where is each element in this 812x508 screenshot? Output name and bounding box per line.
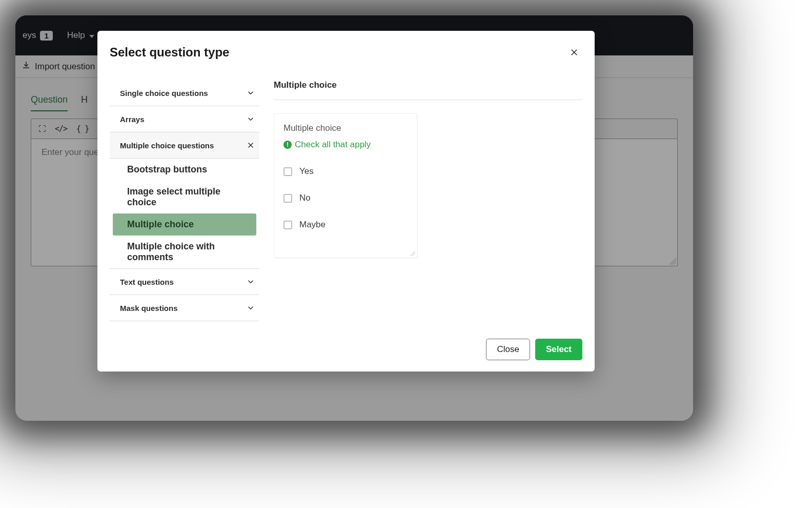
modal-close-button[interactable] xyxy=(566,45,582,62)
qtype-image-select-multiple[interactable]: Image select multiple choice xyxy=(113,181,256,213)
category-label: Mask questions xyxy=(120,304,178,312)
preview-option: Yes xyxy=(283,166,408,177)
preview-hint: ! Check all that apply xyxy=(283,140,408,150)
category-multiple-choice[interactable]: Multiple choice questions xyxy=(110,132,259,159)
category-multiple-choice-items: Bootstrap buttons Image select multiple … xyxy=(110,159,259,269)
select-button[interactable]: Select xyxy=(535,339,582,360)
preview-option-label: Maybe xyxy=(299,220,326,230)
chevron-down-icon xyxy=(246,277,255,286)
category-single-choice[interactable]: Single choice questions xyxy=(110,80,259,106)
preview-title: Multiple choice xyxy=(274,80,582,100)
chevron-down-icon xyxy=(246,303,255,312)
resize-handle-icon xyxy=(409,250,415,256)
modal-footer: Close Select xyxy=(110,339,582,360)
preview-option-label: Yes xyxy=(299,166,314,177)
chevron-down-icon xyxy=(246,114,255,124)
qtype-multiple-choice-comments[interactable]: Multiple choice with comments xyxy=(113,236,256,268)
close-icon xyxy=(570,48,579,59)
category-arrays[interactable]: Arrays xyxy=(110,106,259,132)
category-label: Multiple choice questions xyxy=(120,141,214,150)
preview-hint-text: Check all that apply xyxy=(295,140,371,150)
close-button[interactable]: Close xyxy=(486,339,530,360)
preview-option: Maybe xyxy=(283,220,408,230)
select-question-type-modal: Select question type Single choice quest… xyxy=(97,31,595,372)
category-label: Arrays xyxy=(120,115,145,124)
info-icon: ! xyxy=(283,141,292,149)
question-type-categories: Single choice questions Arrays Multiple … xyxy=(110,80,259,321)
close-icon xyxy=(246,141,255,150)
category-label: Text questions xyxy=(120,278,174,286)
chevron-down-icon xyxy=(246,88,255,97)
category-text-questions[interactable]: Text questions xyxy=(110,269,259,295)
checkbox-icon xyxy=(283,167,292,176)
preview-card: Multiple choice ! Check all that apply Y… xyxy=(274,113,417,258)
checkbox-icon xyxy=(283,221,292,229)
checkbox-icon xyxy=(283,194,292,203)
preview-card-heading: Multiple choice xyxy=(283,123,408,133)
modal-title: Select question type xyxy=(110,45,229,60)
preview-option-label: No xyxy=(299,193,311,203)
qtype-bootstrap-buttons[interactable]: Bootstrap buttons xyxy=(113,159,256,181)
question-type-preview: Multiple choice Multiple choice ! Check … xyxy=(274,80,582,321)
preview-option: No xyxy=(283,193,408,203)
category-mask-questions[interactable]: Mask questions xyxy=(110,295,259,321)
category-label: Single choice questions xyxy=(120,89,208,97)
qtype-multiple-choice[interactable]: Multiple choice xyxy=(113,213,256,236)
app-window: eys 1 Help Import question Question H ⛶ … xyxy=(15,15,693,421)
